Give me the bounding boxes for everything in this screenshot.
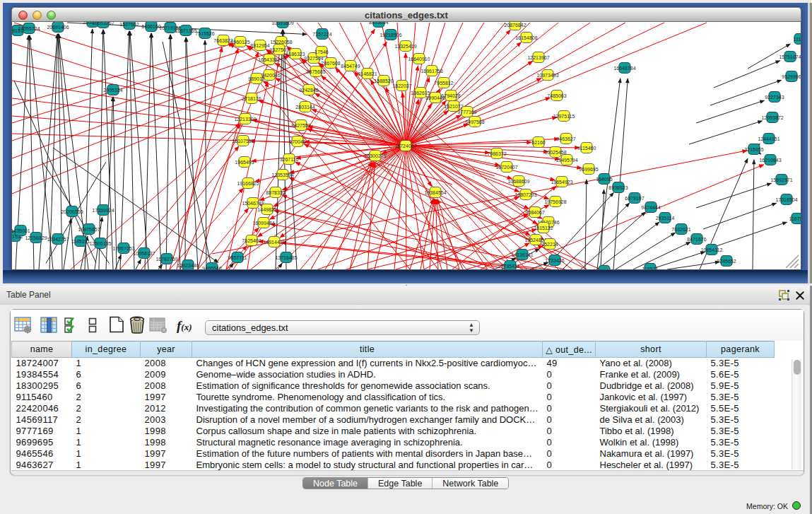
- svg-text:1145191: 1145191: [71, 239, 90, 244]
- svg-text:6794028: 6794028: [441, 93, 460, 98]
- svg-text:13325419: 13325419: [394, 44, 416, 49]
- svg-text:10654112: 10654112: [701, 247, 723, 252]
- svg-text:20876842: 20876842: [504, 23, 526, 28]
- svg-text:16154808: 16154808: [515, 35, 537, 40]
- svg-text:8795411: 8795411: [501, 264, 520, 269]
- svg-text:116753: 116753: [789, 216, 801, 221]
- svg-text:19384554: 19384554: [424, 190, 446, 195]
- svg-text:12923446: 12923446: [177, 263, 199, 268]
- svg-text:12353594: 12353594: [271, 173, 293, 177]
- svg-text:19166825: 19166825: [237, 181, 259, 186]
- svg-text:12505135: 12505135: [89, 241, 111, 246]
- svg-text:12213967: 12213967: [527, 55, 549, 60]
- svg-text:17546: 17546: [314, 49, 329, 54]
- svg-text:17016504: 17016504: [775, 197, 797, 202]
- svg-text:9463627: 9463627: [556, 136, 575, 141]
- svg-text:9857711: 9857711: [228, 255, 247, 260]
- svg-text:2005334: 2005334: [103, 88, 122, 93]
- svg-text:1733426: 1733426: [545, 258, 564, 263]
- svg-text:1362615: 1362615: [411, 90, 430, 95]
- svg-text:1615132: 1615132: [534, 226, 553, 230]
- svg-text:3267110: 3267110: [280, 157, 299, 162]
- svg-text:12156829: 12156829: [25, 235, 47, 240]
- svg-text:12942757: 12942757: [47, 237, 69, 242]
- svg-text:8912954: 8912954: [250, 43, 269, 48]
- svg-text:9242848: 9242848: [299, 88, 318, 93]
- svg-text:17957253: 17957253: [112, 246, 134, 251]
- svg-text:7986372: 7986372: [487, 151, 506, 156]
- svg-text:8878332: 8878332: [266, 190, 285, 195]
- svg-text:1621072: 1621072: [444, 104, 463, 109]
- svg-text:164095: 164095: [596, 177, 612, 182]
- svg-text:7625402: 7625402: [242, 238, 261, 243]
- svg-text:10688609: 10688609: [507, 179, 529, 184]
- svg-text:16107552: 16107552: [232, 139, 254, 144]
- svg-text:12444151: 12444151: [758, 136, 779, 141]
- svg-text:16543382: 16543382: [258, 57, 280, 62]
- svg-text:18807293: 18807293: [514, 192, 536, 197]
- svg-text:15692971: 15692971: [770, 177, 792, 182]
- svg-text:2935114: 2935114: [656, 216, 675, 221]
- svg-text:62160: 62160: [531, 140, 546, 145]
- svg-text:18724007: 18724007: [394, 144, 416, 148]
- svg-text:16782759: 16782759: [155, 257, 177, 262]
- svg-text:19495794: 19495794: [555, 158, 577, 163]
- svg-text:8427552: 8427552: [291, 123, 310, 128]
- svg-text:10025458: 10025458: [544, 150, 566, 155]
- svg-text:12093872: 12093872: [761, 115, 783, 120]
- svg-text:1822037: 1822037: [392, 83, 411, 88]
- svg-text:19975857: 19975857: [78, 227, 100, 232]
- svg-text:9777169: 9777169: [457, 110, 476, 115]
- svg-text:3215955: 3215955: [744, 147, 763, 152]
- svg-text:14055724: 14055724: [18, 26, 40, 31]
- svg-text:252214: 252214: [541, 242, 558, 247]
- svg-text:3875685: 3875685: [306, 69, 325, 74]
- svg-text:8454749: 8454749: [341, 64, 360, 69]
- svg-text:9529996: 9529996: [782, 74, 801, 79]
- svg-text:170046: 170046: [289, 139, 305, 144]
- svg-text:15046748: 15046748: [242, 201, 264, 206]
- svg-text:10958137: 10958137: [133, 251, 155, 256]
- svg-text:8813054: 8813054: [369, 22, 388, 25]
- svg-text:2803144: 2803144: [295, 105, 314, 110]
- svg-text:6466160: 6466160: [141, 24, 160, 29]
- svg-text:15720407: 15720407: [495, 165, 517, 170]
- svg-text:7955812: 7955812: [434, 81, 453, 86]
- svg-text:14136141: 14136141: [511, 252, 533, 257]
- svg-text:7357224: 7357224: [312, 32, 331, 37]
- svg-text:20691406: 20691406: [47, 25, 69, 30]
- svg-text:8938923: 8938923: [608, 185, 628, 190]
- svg-text:16671355: 16671355: [175, 28, 196, 33]
- svg-text:9227343: 9227343: [765, 95, 784, 100]
- svg-text:9465546: 9465546: [202, 266, 221, 270]
- svg-text:12975115: 12975115: [553, 114, 575, 119]
- svg-text:1965493: 1965493: [235, 160, 254, 165]
- svg-text:9474444: 9474444: [641, 205, 660, 210]
- svg-text:11124: 11124: [794, 37, 801, 42]
- svg-text:924561: 924561: [596, 269, 612, 270]
- svg-text:10033809: 10033809: [271, 22, 293, 25]
- svg-text:6679197: 6679197: [625, 196, 644, 201]
- svg-text:16961758: 16961758: [420, 69, 442, 74]
- svg-text:17359924: 17359924: [92, 208, 114, 213]
- svg-text:19756928: 19756928: [544, 199, 566, 204]
- svg-text:10973493: 10973493: [536, 73, 558, 78]
- svg-text:15751074: 15751074: [779, 54, 801, 59]
- svg-text:7515526: 7515526: [195, 31, 214, 36]
- svg-text:19654923: 19654923: [551, 180, 572, 185]
- svg-text:9084067: 9084067: [525, 210, 544, 215]
- svg-text:1527602: 1527602: [119, 22, 139, 27]
- svg-text:9146821: 9146821: [358, 71, 377, 76]
- svg-text:16099484: 16099484: [252, 221, 274, 226]
- svg-text:9699695: 9699695: [579, 167, 598, 172]
- svg-text:1588520: 1588520: [374, 78, 393, 83]
- svg-text:13716485: 13716485: [275, 255, 297, 260]
- svg-text:9245652: 9245652: [717, 259, 736, 264]
- svg-text:14914479: 14914479: [263, 240, 285, 245]
- svg-text:15226058: 15226058: [270, 40, 292, 45]
- svg-text:20206555: 20206555: [61, 209, 83, 214]
- svg-text:2867608: 2867608: [321, 61, 340, 66]
- svg-text:989012: 989012: [248, 76, 264, 81]
- svg-text:6497568: 6497568: [465, 119, 484, 124]
- svg-text:19218506: 19218506: [379, 33, 401, 37]
